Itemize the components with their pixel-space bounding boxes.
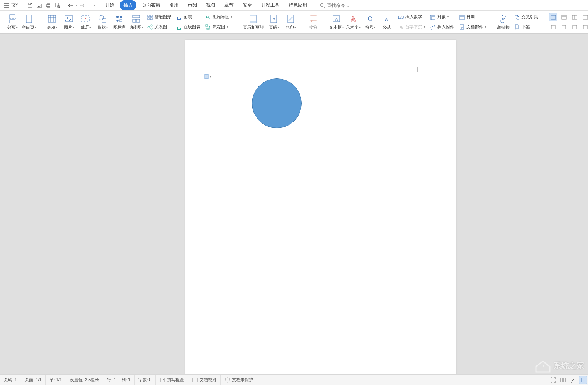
sync-icon[interactable] (35, 1, 43, 10)
zoom-fit-button[interactable] (579, 376, 587, 384)
view-toggle-5[interactable] (549, 23, 557, 31)
page-number-button[interactable]: # 页码▾ (265, 11, 282, 33)
tab-view[interactable]: 视图 (202, 0, 219, 10)
mindmap-button[interactable]: 思维导图▾ (204, 13, 233, 21)
status-page[interactable]: 页面: 1/1 (21, 375, 45, 385)
menu-icon[interactable] (2, 1, 11, 10)
view-toggle-2[interactable] (560, 13, 568, 21)
hyperlink-icon (498, 14, 508, 24)
edit-mode-button[interactable] (569, 376, 577, 384)
status-spellcheck[interactable]: 拼写检查 (156, 375, 188, 385)
blank-page-button[interactable]: 空白页▾ (21, 11, 37, 33)
tab-sections[interactable]: 章节 (221, 0, 237, 10)
cross-reference-button[interactable]: 交叉引用 (513, 13, 539, 21)
wordart-button[interactable]: A 艺术字▾ (345, 11, 362, 33)
svg-rect-56 (573, 25, 577, 29)
file-menu[interactable]: 文件 (11, 2, 21, 8)
view-toggle-6[interactable] (560, 23, 568, 31)
watermark-button[interactable]: 水印▾ (282, 11, 299, 33)
screenshot-button[interactable]: 截屏▾ (77, 11, 94, 33)
circle-shape[interactable] (252, 78, 302, 128)
undo-dropdown-icon[interactable]: ▾ (76, 3, 77, 7)
page-options-tag[interactable]: ▾ (204, 74, 211, 79)
zoom-fit-icon (580, 377, 586, 383)
status-line-col[interactable]: 行: 1 列: 1 (103, 375, 135, 385)
chart-button[interactable]: 图表 (175, 13, 201, 21)
redo-dropdown-icon[interactable]: ▾ (87, 3, 89, 7)
undo-icon[interactable] (67, 1, 75, 10)
tab-security[interactable]: 安全 (239, 0, 256, 10)
insert-number-button[interactable]: 123插入数字 (397, 13, 426, 21)
object-icon (430, 14, 436, 20)
online-chart-icon (176, 24, 182, 30)
textbox-button[interactable]: A 文本框▾ (328, 11, 345, 33)
tab-layout[interactable]: 页面布局 (138, 0, 164, 10)
svg-rect-23 (150, 15, 152, 17)
tab-special[interactable]: 特色应用 (285, 0, 311, 10)
status-protection[interactable]: 文档未保护 (221, 375, 257, 385)
status-word-count[interactable]: 字数: 0 (135, 375, 156, 385)
svg-text:π: π (385, 15, 390, 23)
svg-rect-24 (148, 18, 149, 20)
drop-cap-icon: A (398, 24, 404, 30)
status-proofing[interactable]: 文档校对 (188, 375, 221, 385)
hyperlink-button[interactable]: 超链接 (495, 11, 512, 33)
flowchart-icon (205, 24, 211, 30)
command-search-input[interactable] (327, 3, 373, 8)
tab-review[interactable]: 审阅 (184, 0, 201, 10)
symbol-button[interactable]: Ω 符号▾ (362, 11, 378, 33)
fullscreen-button[interactable] (549, 376, 557, 384)
print-icon[interactable] (44, 1, 52, 10)
object-button[interactable]: 对象▾ (429, 13, 455, 21)
view-toggle-3[interactable] (570, 13, 579, 21)
redo-icon[interactable] (78, 1, 86, 10)
flowchart-button[interactable]: 流程图▾ (204, 23, 233, 31)
view-toggle-8[interactable] (581, 23, 588, 31)
svg-text:A: A (335, 17, 338, 21)
header-footer-button[interactable]: 页眉和页脚 (241, 11, 265, 33)
qat-customize-icon[interactable]: ▾ (94, 3, 95, 7)
view-toggle-1[interactable] (549, 13, 557, 21)
status-section[interactable]: 节: 1/1 (46, 375, 66, 385)
watermark-icon (286, 14, 296, 24)
online-chart-button[interactable]: 在线图表 (175, 23, 201, 31)
status-position[interactable]: 设置值: 2.5厘米 (66, 375, 103, 385)
document-canvas[interactable]: ▾ (0, 34, 588, 374)
page-break-button[interactable]: 分页▾ (4, 11, 21, 33)
view-toggle-7[interactable] (570, 23, 579, 31)
ribbon-tabs: 开始 插入 页面布局 引用 审阅 视图 章节 安全 开发工具 特色应用 (101, 0, 311, 10)
relation-button[interactable]: 关系图 (146, 23, 172, 31)
print-preview-icon[interactable] (53, 1, 62, 10)
tab-insert[interactable]: 插入 (120, 0, 136, 10)
svg-rect-15 (102, 18, 106, 22)
picture-button[interactable]: 图片▾ (60, 11, 77, 33)
icon-library-button[interactable]: 图标库 (111, 11, 128, 33)
smartart-button[interactable]: 功能图▾ (128, 11, 145, 33)
svg-point-29 (206, 16, 207, 18)
table-button[interactable]: 表格▾ (44, 11, 60, 33)
shapes-button[interactable]: 形状▾ (94, 11, 111, 33)
bookmark-button[interactable]: 书签 (513, 23, 539, 31)
tab-start[interactable]: 开始 (101, 0, 118, 10)
svg-text:Ω: Ω (367, 15, 372, 23)
status-page-number[interactable]: 页码: 1 (0, 375, 21, 385)
doc-parts-button[interactable]: 文档部件▾ (458, 23, 487, 31)
svg-point-16 (116, 16, 119, 18)
page[interactable]: ▾ (185, 40, 456, 374)
view-toggle-4[interactable] (581, 13, 588, 21)
comment-button[interactable]: 批注 (305, 11, 322, 33)
svg-rect-18 (120, 20, 122, 22)
picture-icon (64, 14, 74, 24)
equation-button[interactable]: π 公式 (378, 11, 395, 33)
reading-view-button[interactable] (559, 376, 567, 384)
date-button[interactable]: 日期 (458, 13, 487, 21)
doc-parts-icon (459, 24, 465, 30)
attachment-button[interactable]: 插入附件 (429, 23, 455, 31)
tab-references[interactable]: 引用 (166, 0, 182, 10)
command-search[interactable] (319, 2, 373, 8)
wordart-icon: A (348, 14, 358, 24)
save-icon[interactable] (26, 1, 34, 10)
tab-developer[interactable]: 开发工具 (257, 0, 283, 10)
smart-graphic-button[interactable]: 智能图形 (146, 13, 172, 21)
svg-rect-10 (48, 15, 56, 22)
